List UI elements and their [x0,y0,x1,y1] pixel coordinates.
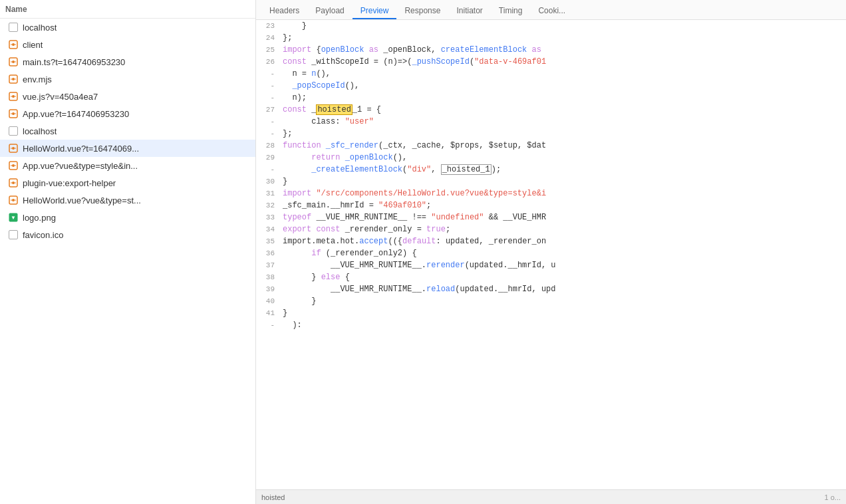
code-line-33: 33 typeof __VUE_HMR_RUNTIME__ !== "undef… [256,211,846,223]
sidebar-item-logo-png[interactable]: ▼logo.png [0,209,255,226]
sidebar-label-client: client [23,40,43,50]
code-line-31: 31 import "/src/components/HelloWorld.vu… [256,188,846,199]
code-line-40: 40 } [256,295,846,307]
tab-initiator[interactable]: Initiator [448,3,490,19]
sidebar-label-env-mjs: env.mjs [23,74,52,84]
icon-orange-circle [8,91,19,102]
tab-response[interactable]: Response [396,3,448,19]
sidebar-label-helloworld-vue: HelloWorld.vue?t=16474069... [23,144,139,154]
tab-payload[interactable]: Payload [307,3,352,19]
icon-checkbox [8,229,19,240]
icon-checkbox [8,22,19,33]
code-line-34: 34 export const _rerender_only = true; [256,223,846,235]
sidebar-label-app-vue-style: App.vue?vue&type=style&in... [23,161,138,171]
code-line-29: 29 return _openBlock(), [256,152,846,164]
svg-point-17 [12,112,15,115]
icon-orange-circle [8,57,19,67]
sidebar-label-vue-js: vue.js?v=450a4ea7 [23,92,98,102]
svg-point-5 [12,61,15,63]
code-line-closebrace: - }; [256,128,846,140]
code-line-28: 28 function _sfc_render(_ctx, _cache, $p… [256,140,846,152]
sidebar-label-localhost-2: localhost [23,126,57,136]
main-panel: Headers Payload Preview Response Initiat… [256,0,846,504]
svg-point-29 [12,182,15,184]
sidebar-item-favicon-ico[interactable]: favicon.ico [0,226,255,243]
sidebar-item-helloworld-st[interactable]: HelloWorld.vue?vue&type=st... [0,191,255,209]
sidebar-label-app-vue-t: App.vue?t=1647406953230 [23,109,129,119]
code-line-23: 23 } [256,20,846,32]
code-area[interactable]: 23 } 24 }; 25 import {openBlock as _open… [256,20,846,489]
sidebar-item-plugin-vue[interactable]: plugin-vue:export-helper [0,174,255,191]
tab-cookies[interactable]: Cooki... [530,3,573,19]
svg-point-33 [12,199,15,201]
sidebar-item-app-vue-style[interactable]: App.vue?vue&type=style&in... [0,157,255,174]
sidebar-label-favicon-ico: favicon.ico [23,230,63,240]
icon-orange-circle [8,39,19,50]
code-line-36: 36 if (_rerender_only2) { [256,247,846,259]
sidebar-item-app-vue-t[interactable]: App.vue?t=1647406953230 [0,105,255,122]
code-line-cont1: - n = n(), [256,68,846,80]
icon-checkbox [8,126,19,136]
code-line-25: 25 import {openBlock as _openBlock, crea… [256,44,846,56]
code-line-37: 37 __VUE_HMR_RUNTIME__.rerender(updated.… [256,259,846,271]
icon-orange-circle [8,178,19,188]
code-line-30: 30 } [256,176,846,188]
svg-text:▼: ▼ [11,215,16,221]
match-count: 1 o... [825,493,841,501]
sidebar-item-vue-js[interactable]: vue.js?v=450a4ea7 [0,88,255,105]
code-line-24: 24 }; [256,32,846,44]
icon-orange-circle [8,195,19,205]
sidebar-label-logo-png: logo.png [23,213,56,223]
icon-image: ▼ [8,212,19,223]
sidebar-label-main-ts: main.ts?t=1647406953230 [23,57,125,67]
sidebar-item-localhost-1[interactable]: localhost [0,19,255,36]
code-line-end: - ): [256,319,846,331]
code-line-26: 26 const _withScopeId = (n)=>(_pushScope… [256,56,846,68]
svg-point-13 [12,95,15,98]
code-line-class: - class: "user" [256,116,846,128]
svg-point-25 [12,164,15,167]
sidebar: Name localhostclientmain.ts?t=1647406953… [0,0,256,504]
sidebar-label-plugin-vue: plugin-vue:export-helper [23,178,116,188]
sidebar-items-container: localhostclientmain.ts?t=1647406953230en… [0,19,255,243]
sidebar-item-client[interactable]: client [0,36,255,53]
tab-bar: Headers Payload Preview Response Initiat… [256,0,846,20]
icon-orange-circle [8,143,19,154]
status-left: hoisted [261,493,285,501]
sidebar-label-helloworld-st: HelloWorld.vue?vue&type=st... [23,195,141,205]
icon-orange-circle [8,160,19,171]
code-line-create: - _createElementBlock("div", _hoisted_1)… [256,164,846,176]
code-line-27: 27 const _hoisted_1 = { [256,104,846,116]
tab-preview[interactable]: Preview [352,3,397,19]
svg-point-21 [12,147,15,150]
code-line-38: 38 } else { [256,271,846,283]
sidebar-item-main-ts[interactable]: main.ts?t=1647406953230 [0,53,255,70]
status-bar: hoisted 1 o... [256,489,846,504]
svg-point-9 [12,78,15,80]
code-line-39: 39 __VUE_HMR_RUNTIME__.reload(updated.__… [256,283,846,295]
sidebar-item-localhost-2[interactable]: localhost [0,122,255,140]
icon-orange-circle [8,74,19,84]
sidebar-header: Name [0,0,255,19]
code-line-cont3: - n); [256,92,846,104]
tab-headers[interactable]: Headers [261,3,307,19]
svg-point-1 [12,43,15,46]
sidebar-item-env-mjs[interactable]: env.mjs [0,70,255,88]
icon-orange-circle [8,108,19,119]
code-line-cont2: - _popScopeId(), [256,80,846,92]
search-term: hoisted [261,493,285,501]
code-line-35: 35 import.meta.hot.accept(({default: upd… [256,235,846,247]
code-line-41: 41 } [256,307,846,319]
sidebar-label-localhost-1: localhost [23,23,57,33]
tab-timing[interactable]: Timing [491,3,531,19]
sidebar-item-helloworld-vue[interactable]: HelloWorld.vue?t=16474069... [0,140,255,157]
code-line-32: 32 _sfc_main.__hmrId = "469af010"; [256,199,846,211]
